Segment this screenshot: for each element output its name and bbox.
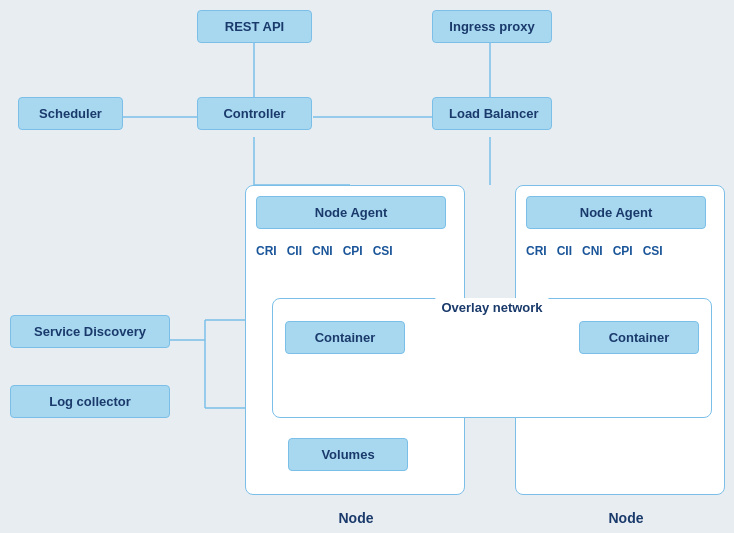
overlay-network-container: Overlay network Container Container <box>272 298 712 418</box>
controller-box: Controller <box>197 97 312 130</box>
service-discovery-box: Service Discovery <box>10 315 170 348</box>
node-agent-left-box: Node Agent <box>256 196 446 229</box>
ingress-proxy-box: Ingress proxy <box>432 10 552 43</box>
load-balancer-box: Load Balancer <box>432 97 552 130</box>
interface-labels-left: CRI CII CNI CPI CSI <box>256 244 393 258</box>
scheduler-box: Scheduler <box>18 97 123 130</box>
log-collector-box: Log collector <box>10 385 170 418</box>
volumes-box: Volumes <box>288 438 408 471</box>
rest-api-box: REST API <box>197 10 312 43</box>
interface-labels-right: CRI CII CNI CPI CSI <box>526 244 663 258</box>
node-agent-right-box: Node Agent <box>526 196 706 229</box>
container-right-box: Container <box>579 321 699 354</box>
node-left-label: Node <box>316 510 396 526</box>
container-left-box: Container <box>285 321 405 354</box>
overlay-network-label: Overlay network <box>435 298 548 317</box>
node-right-label: Node <box>586 510 666 526</box>
